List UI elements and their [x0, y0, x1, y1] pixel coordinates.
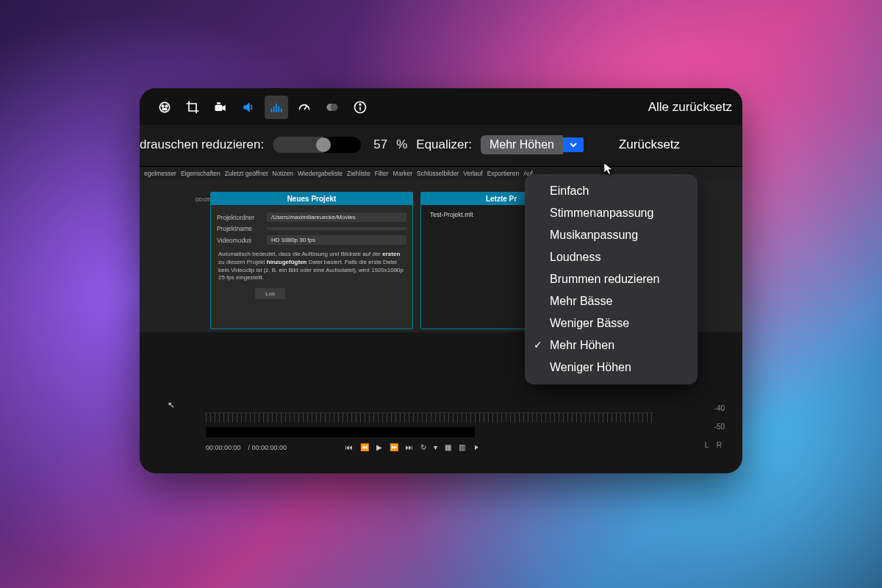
camera-icon[interactable] — [209, 96, 232, 119]
skip-end-icon[interactable]: ⏭ — [406, 443, 413, 451]
project-folder-field[interactable]: /Users/maximilianruecke/Movies — [267, 212, 406, 222]
svg-rect-8 — [273, 106, 275, 112]
svg-point-14 — [331, 104, 338, 111]
equalizer-label: Equalizer: — [416, 137, 472, 152]
skip-start-icon[interactable]: ⏮ — [345, 443, 353, 451]
mute-icon[interactable]: 🕨 — [473, 443, 480, 451]
svg-point-2 — [165, 105, 168, 107]
svg-point-3 — [162, 108, 165, 110]
info-icon[interactable] — [348, 96, 372, 119]
volume-icon[interactable] — [237, 96, 260, 119]
eq-option[interactable]: Stimmenanpassung — [525, 202, 698, 224]
svg-rect-9 — [276, 104, 277, 112]
audio-controls-row: drauschen reduzieren: 57 % Equalizer: Me… — [140, 125, 742, 167]
equalizer-bars-icon[interactable] — [265, 96, 288, 119]
svg-point-1 — [162, 105, 164, 107]
svg-rect-6 — [217, 102, 220, 104]
project-folder-label: Projektordner — [217, 214, 262, 221]
tab-item[interactable]: Filter — [375, 170, 389, 177]
crop-icon[interactable] — [181, 96, 204, 119]
grid-small-icon[interactable]: ▥ — [459, 443, 465, 451]
color-icon[interactable] — [153, 96, 176, 119]
eq-option[interactable]: Brummen reduzieren — [525, 268, 698, 290]
secondary-cursor-icon: ↖ — [168, 400, 175, 410]
reset-all-button[interactable]: Alle zurücksetz — [648, 100, 732, 115]
video-mode-description: Automatisch bedeutet, dass die Auflösung… — [217, 248, 406, 284]
loop-icon[interactable]: ↻ — [420, 443, 426, 451]
reset-button[interactable]: Zurücksetz — [619, 137, 680, 152]
svg-rect-7 — [271, 109, 273, 112]
tab-item[interactable]: Wiedergabeliste — [298, 170, 343, 177]
inspector-toolbar: Alle zurücksetz — [140, 88, 742, 125]
rewind-icon[interactable]: ⏪ — [360, 443, 369, 451]
eq-option[interactable]: Musikanpassung — [525, 224, 698, 246]
timecode-current[interactable]: 00:00:00:00 — [206, 444, 241, 451]
svg-rect-10 — [279, 106, 280, 112]
tab-item[interactable]: Zuletzt geöffnet — [225, 170, 268, 177]
start-button[interactable]: Los — [255, 288, 285, 299]
equalizer-selected-value: Mehr Höhen — [481, 135, 563, 154]
video-mode-field[interactable]: HD 1080p 30 fps — [267, 235, 406, 245]
project-name-label: Projektname — [217, 225, 262, 232]
eq-option[interactable]: Loudness — [525, 246, 698, 268]
new-project-title: Neues Projekt — [211, 193, 412, 205]
transport-area: 00:00:00:00 / 00:00:00:00 ⏮ ⏪ ▶ ⏩ ⏭ ↻ ▾ … — [206, 412, 654, 451]
new-project-panel: Neues Projekt Projektordner /Users/maxim… — [210, 192, 413, 329]
zoom-control-icon[interactable]: ▾ — [434, 443, 437, 451]
time-ruler[interactable] — [206, 412, 654, 423]
tab-item[interactable]: Schlüsselbilder — [417, 170, 459, 177]
timecode-total: / 00:00:00:00 — [248, 444, 287, 451]
db-scale: -40 -50 L R — [705, 404, 725, 449]
noise-reduction-slider[interactable] — [273, 137, 361, 153]
svg-line-12 — [304, 106, 306, 110]
tab-item[interactable]: Exportieren — [487, 170, 519, 177]
timeline-bar[interactable] — [206, 427, 475, 437]
noise-reduction-unit: % — [396, 137, 407, 152]
app-window: Alle zurücksetz drauschen reduzieren: 57… — [140, 88, 742, 473]
tab-item[interactable]: Notizen — [272, 170, 293, 177]
fast-forward-icon[interactable]: ⏩ — [390, 443, 398, 451]
video-mode-label: Videomodus — [217, 237, 262, 244]
eq-option[interactable]: Mehr Bässe — [525, 290, 698, 312]
svg-rect-11 — [281, 109, 282, 112]
lr-label: L R — [705, 441, 725, 449]
tab-item[interactable]: Ziehliste — [347, 170, 370, 177]
grid-icon[interactable]: ▦ — [445, 443, 451, 451]
chevron-down-icon — [563, 137, 584, 152]
play-icon[interactable]: ▶ — [376, 443, 382, 451]
tab-item[interactable]: egelmesser — [144, 170, 176, 177]
equalizer-dropdown: Einfach Stimmenanpassung Musikanpassung … — [525, 174, 698, 384]
eq-option[interactable]: Einfach — [525, 180, 698, 202]
level-scale: 00:05 — [144, 192, 210, 329]
svg-point-4 — [165, 108, 167, 110]
noise-reduction-value: 57 — [370, 137, 387, 152]
tab-item[interactable]: Marker — [393, 170, 412, 177]
tab-item[interactable]: Eigenschaften — [181, 170, 220, 177]
equalizer-select[interactable]: Mehr Höhen — [481, 135, 584, 154]
speed-gauge-icon[interactable] — [293, 96, 316, 119]
svg-point-17 — [359, 104, 361, 105]
tab-item[interactable]: Verlauf — [463, 170, 482, 177]
overlap-circles-icon[interactable] — [320, 96, 344, 119]
eq-option[interactable]: Weniger Höhen — [525, 356, 698, 379]
svg-point-0 — [159, 102, 169, 112]
project-name-field[interactable] — [267, 227, 406, 230]
eq-option[interactable]: Weniger Bässe — [525, 312, 698, 334]
noise-reduction-label: drauschen reduzieren: — [140, 137, 264, 152]
eq-option-selected[interactable]: Mehr Höhen — [525, 334, 698, 356]
svg-rect-5 — [215, 105, 223, 111]
